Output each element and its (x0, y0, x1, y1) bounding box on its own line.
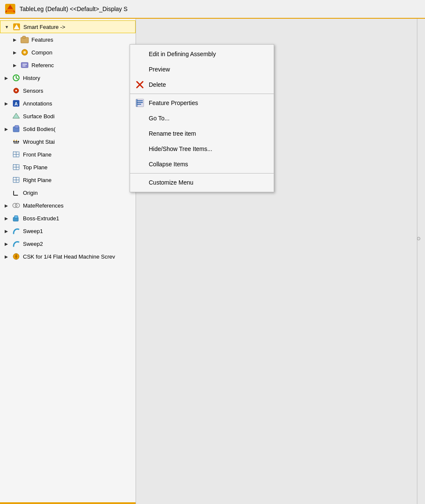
references-label: Referenc (31, 62, 54, 68)
tree-item-mate-refs[interactable]: ▶ MateReferences (0, 199, 136, 212)
viewport-handle-dot[interactable] (417, 237, 420, 240)
sensors-label: Sensors (23, 88, 43, 94)
rename-label: Rename tree item (149, 130, 196, 137)
references-icon (20, 61, 29, 69)
expand-arrow-features: ▶ (12, 37, 18, 43)
svg-rect-9 (21, 63, 28, 68)
svg-text:A: A (14, 101, 18, 106)
tree-item-origin[interactable]: ▶ Origin (0, 186, 136, 199)
preview-icon (135, 65, 144, 74)
history-icon (12, 74, 20, 82)
history-label: History (23, 75, 40, 81)
solid-bodies-icon (12, 125, 20, 133)
components-label: Compon (31, 49, 52, 56)
tree-item-csk[interactable]: ▶ CSK for 1/4 Flat Head Machine Screv (0, 250, 136, 263)
menu-item-rename[interactable]: Rename tree item (130, 126, 274, 141)
right-plane-label: Right Plane (23, 177, 51, 183)
features-label: Features (31, 37, 53, 43)
svg-rect-42 (14, 216, 18, 218)
tree-item-surface-bodies[interactable]: ▶ Surface Bodi (0, 110, 136, 122)
tree-item-history[interactable]: ▶ History (0, 71, 136, 84)
origin-icon (12, 188, 20, 197)
tree-item-components[interactable]: ▶ Compon (0, 46, 136, 59)
tree-item-right-plane[interactable]: ▶ Right Plane (0, 174, 136, 186)
tree-item-front-plane[interactable]: ▶ Front Plane (0, 148, 136, 161)
separator-2 (130, 173, 274, 174)
delete-icon (135, 80, 144, 89)
tree-item-sweep1[interactable]: ▶ Sweep1 (0, 225, 136, 237)
sweep2-label: Sweep2 (23, 241, 43, 247)
expand-arrow-history: ▶ (3, 75, 9, 81)
tree-item-sensors[interactable]: ▶ Sensors (0, 84, 136, 97)
surface-bodies-icon (12, 112, 20, 120)
viewport-divider-line (417, 19, 417, 504)
context-menu: Edit in Defining Assembly Preview Delete (130, 44, 274, 192)
svg-rect-19 (15, 125, 19, 128)
goto-label: Go To... (149, 115, 170, 122)
svg-rect-23 (14, 142, 19, 144)
smart-feature-icon (12, 23, 21, 31)
csk-label: CSK for 1/4 Flat Head Machine Screv (23, 253, 115, 260)
expand-arrow-mate-refs: ▶ (3, 202, 9, 208)
main-layout: ▼ Smart Feature -> ▶ Features (0, 19, 425, 504)
feature-props-label: Feature Properties (149, 100, 198, 106)
rename-icon (135, 129, 144, 138)
sweep1-label: Sweep1 (23, 228, 43, 234)
boss-extrude-icon (12, 214, 20, 222)
annotations-label: Annotations (23, 100, 52, 107)
hide-show-icon (135, 144, 144, 154)
svg-rect-2 (7, 9, 14, 12)
front-plane-icon (12, 150, 20, 159)
sweep1-icon (12, 227, 20, 235)
expand-arrow: ▼ (4, 24, 10, 30)
tree-item-references[interactable]: ▶ Referenc (0, 59, 136, 71)
svg-point-40 (15, 203, 20, 208)
menu-item-customize[interactable]: Customize Menu (130, 175, 274, 190)
svg-point-20 (13, 141, 15, 142)
collapse-label: Collapse Items (149, 161, 188, 168)
menu-item-feature-props[interactable]: Feature Properties (130, 95, 274, 111)
expand-arrow-solid: ▶ (3, 126, 9, 132)
menu-item-edit-defining[interactable]: Edit in Defining Assembly (130, 46, 274, 62)
tree-item-sweep2[interactable]: ▶ Sweep2 (0, 237, 136, 250)
menu-item-collapse[interactable]: Collapse Items (130, 157, 274, 172)
tree-item-solid-bodies[interactable]: ▶ Solid Bodies( (0, 122, 136, 135)
annotations-icon: A (12, 99, 20, 108)
delete-label: Delete (149, 81, 166, 88)
tree-item-annotations[interactable]: ▶ A Annotations (0, 97, 136, 110)
features-icon (20, 35, 29, 44)
tree-item-boss-extrude1[interactable]: ▶ Boss-Extrude1 (0, 212, 136, 225)
wrought-icon (12, 137, 20, 146)
preview-label: Preview (149, 66, 170, 73)
menu-item-goto[interactable]: Go To... (130, 111, 274, 126)
app-icon (4, 3, 16, 15)
surface-bodies-label: Surface Bodi (23, 113, 54, 120)
expand-arrow-compon: ▶ (12, 49, 18, 55)
hide-show-label: Hide/Show Tree Items... (149, 145, 212, 152)
tree-item-top-plane[interactable]: ▶ Top Plane (0, 161, 136, 174)
tree-item-wrought[interactable]: ▶ Wrought Stai (0, 135, 136, 148)
svg-marker-25 (16, 140, 17, 141)
expand-arrow-annotations: ▶ (3, 100, 9, 106)
mate-refs-icon (12, 201, 20, 210)
right-plane-icon (12, 176, 20, 184)
expand-arrow-boss: ▶ (3, 215, 9, 221)
feature-props-icon (135, 98, 144, 108)
menu-item-hide-show[interactable]: Hide/Show Tree Items... (130, 141, 274, 157)
svg-marker-17 (13, 113, 20, 118)
smart-feature-row[interactable]: ▼ Smart Feature -> (0, 20, 136, 33)
sweep2-icon (12, 239, 20, 248)
svg-rect-50 (137, 102, 143, 103)
components-icon (20, 48, 29, 57)
collapse-icon (135, 159, 144, 169)
tree-item-features[interactable]: ▶ Features (0, 33, 136, 46)
menu-item-delete[interactable]: Delete (130, 77, 274, 92)
smart-feature-label: Smart Feature -> (23, 24, 65, 30)
menu-item-preview[interactable]: Preview (130, 62, 274, 77)
sensors-icon (12, 86, 20, 95)
svg-rect-10 (23, 64, 27, 65)
origin-label: Origin (23, 190, 38, 196)
edit-defining-label: Edit in Defining Assembly (149, 51, 216, 57)
feature-tree-panel: ▼ Smart Feature -> ▶ Features (0, 19, 136, 504)
customize-icon (135, 178, 144, 187)
